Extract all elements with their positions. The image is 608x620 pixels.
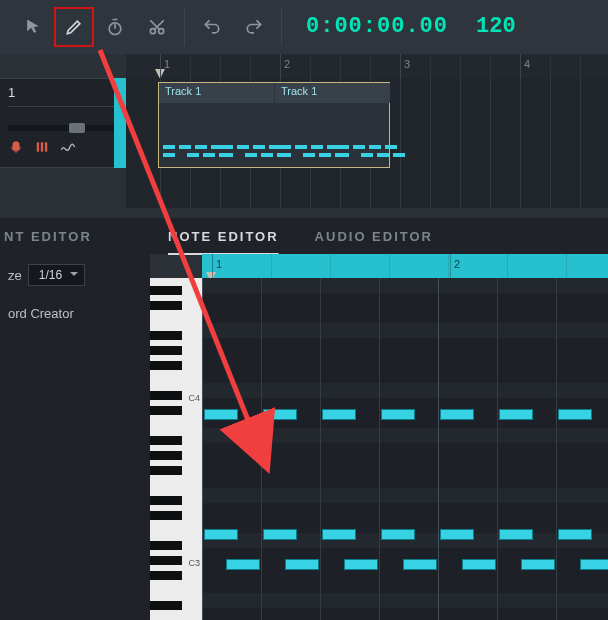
midi-note[interactable] xyxy=(462,559,496,570)
midi-note[interactable] xyxy=(204,529,238,540)
quantize-label: ze xyxy=(8,268,22,283)
pencil-tool-button[interactable] xyxy=(64,17,84,37)
track-name[interactable]: 1 xyxy=(8,85,118,107)
tab-label: NT EDITOR xyxy=(4,229,92,244)
cursor-tool-button[interactable] xyxy=(12,7,54,47)
clip-mini-note xyxy=(203,153,215,157)
clip-mini-note xyxy=(163,145,175,149)
svg-rect-3 xyxy=(37,142,39,151)
clip-mini-note xyxy=(221,145,233,149)
piano-keyboard[interactable]: C4C3 xyxy=(150,278,202,620)
tab-note-editor[interactable]: NOTE EDITOR xyxy=(150,218,297,254)
clip-mini-note xyxy=(337,153,349,157)
note-playhead[interactable] xyxy=(206,268,216,278)
midi-note[interactable] xyxy=(403,559,437,570)
note-editor-ruler[interactable]: 12 xyxy=(202,254,608,278)
midi-note[interactable] xyxy=(263,529,297,540)
clip-mini-note xyxy=(377,153,389,157)
midi-note[interactable] xyxy=(440,529,474,540)
midi-note[interactable] xyxy=(440,409,474,420)
stopwatch-tool-button[interactable] xyxy=(94,7,136,47)
midi-note[interactable] xyxy=(558,409,592,420)
piano-key-label: C3 xyxy=(188,558,200,568)
clip-mini-note xyxy=(393,153,405,157)
midi-note[interactable] xyxy=(381,529,415,540)
ruler-label: 3 xyxy=(404,58,410,70)
clip-mini-note xyxy=(187,153,199,157)
clip-mini-note xyxy=(353,145,365,149)
clip-mini-note xyxy=(337,145,349,149)
piano-roll-icon[interactable] xyxy=(34,139,50,155)
toolbar-separator xyxy=(184,8,185,46)
tab-audio-editor[interactable]: AUDIO EDITOR xyxy=(297,218,451,254)
chord-creator-label: ord Creator xyxy=(8,306,74,321)
clip-mini-note xyxy=(179,145,191,149)
track-color-strip xyxy=(114,78,126,168)
clip-mini-note xyxy=(221,153,233,157)
piano-key-label: C4 xyxy=(188,393,200,403)
midi-note[interactable] xyxy=(322,409,356,420)
clip-mini-note xyxy=(279,153,291,157)
midi-note[interactable] xyxy=(499,409,533,420)
clip-mini-note xyxy=(279,145,291,149)
clip-mini-note xyxy=(361,153,373,157)
svg-rect-5 xyxy=(45,142,47,151)
ruler-label: 1 xyxy=(164,58,170,70)
clip-mini-note xyxy=(245,153,257,157)
midi-note[interactable] xyxy=(558,529,592,540)
playback-time: 0:00:00.00 xyxy=(306,16,448,38)
midi-note[interactable] xyxy=(226,559,260,570)
pencil-tool-highlight xyxy=(54,7,94,47)
arrange-ruler[interactable]: 1234 xyxy=(126,54,608,79)
midi-note[interactable] xyxy=(285,559,319,570)
track-header[interactable]: 1 xyxy=(0,78,126,168)
clip-mini-note xyxy=(237,145,249,149)
clip-mini-note xyxy=(369,145,381,149)
cut-tool-button[interactable] xyxy=(136,7,178,47)
clip-label: Track 1 xyxy=(275,83,390,103)
note-editor-sidebar: ze 1/16 ord Creator xyxy=(0,254,150,620)
tab-label: AUDIO EDITOR xyxy=(315,229,433,244)
instrument-editor-tab[interactable]: NT EDITOR xyxy=(0,218,150,254)
midi-note[interactable] xyxy=(580,559,608,570)
clip-mini-note xyxy=(303,153,315,157)
ruler-label: 4 xyxy=(524,58,530,70)
clip-mini-note xyxy=(319,153,331,157)
track-volume-slider[interactable] xyxy=(8,125,118,131)
arrange-area[interactable]: Track 1 Track 1 xyxy=(126,78,608,208)
tempo-value: 120 xyxy=(476,16,516,38)
ruler-label: 2 xyxy=(284,58,290,70)
midi-note[interactable] xyxy=(204,409,238,420)
chord-creator-row[interactable]: ord Creator xyxy=(0,296,150,331)
note-grid[interactable] xyxy=(202,278,608,620)
undo-button[interactable] xyxy=(191,7,233,47)
midi-note[interactable] xyxy=(521,559,555,570)
clip-mini-note xyxy=(195,145,207,149)
clip-mini-note xyxy=(295,145,307,149)
redo-button[interactable] xyxy=(233,7,275,47)
toolbar-separator xyxy=(281,8,282,46)
midi-clip[interactable]: Track 1 Track 1 xyxy=(158,82,390,168)
clip-mini-note xyxy=(385,145,397,149)
record-arm-icon[interactable] xyxy=(8,139,24,155)
clip-mini-note xyxy=(311,145,323,149)
midi-note[interactable] xyxy=(344,559,378,570)
clip-label: Track 1 xyxy=(159,83,274,103)
automation-icon[interactable] xyxy=(60,139,76,155)
midi-note[interactable] xyxy=(322,529,356,540)
quantize-select[interactable]: 1/16 xyxy=(28,264,85,286)
svg-rect-4 xyxy=(41,142,43,151)
clip-mini-note xyxy=(163,153,175,157)
tab-label: NOTE EDITOR xyxy=(168,229,279,244)
midi-note[interactable] xyxy=(263,409,297,420)
midi-note[interactable] xyxy=(499,529,533,540)
clip-mini-note xyxy=(261,153,273,157)
clip-mini-note xyxy=(253,145,265,149)
slider-knob[interactable] xyxy=(69,123,85,133)
midi-note[interactable] xyxy=(381,409,415,420)
